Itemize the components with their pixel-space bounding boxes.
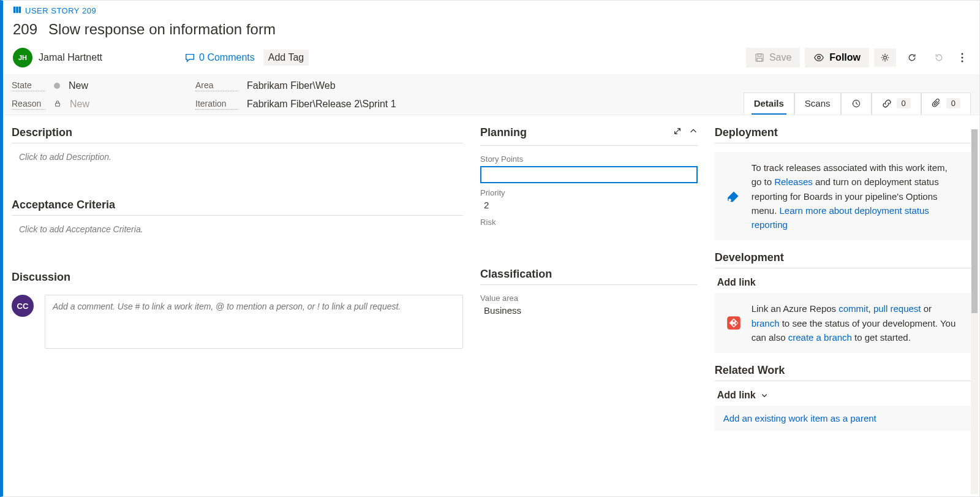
more-button[interactable] [955, 48, 970, 67]
tab-links[interactable]: 0 [872, 93, 921, 115]
save-button[interactable]: Save [746, 48, 800, 67]
iteration-field[interactable]: Iteration Fabrikam Fiber\Release 2\Sprin… [195, 99, 396, 110]
svg-rect-5 [757, 58, 762, 61]
work-item-title[interactable]: Slow response on information form [48, 21, 276, 38]
deployment-info-card: To track releases associated with this w… [715, 152, 971, 240]
value-area-value[interactable]: Business [480, 303, 698, 318]
tab-history[interactable] [841, 93, 872, 115]
development-info-card: Link an Azure Repos commit, pull request… [715, 293, 971, 353]
lock-icon [54, 100, 61, 109]
create-branch-link[interactable]: create a branch [788, 332, 852, 343]
related-work-section-title: Related Work [715, 364, 971, 377]
releases-link[interactable]: Releases [774, 176, 813, 187]
meta-row: JH Jamal Hartnett 0 Comments Add Tag Sav… [3, 44, 979, 75]
related-add-link[interactable]: Add link [715, 390, 971, 401]
svg-rect-0 [13, 7, 16, 13]
priority-value[interactable]: 2 [480, 197, 698, 213]
history-icon [851, 99, 861, 108]
assignee-avatar: JH [13, 48, 32, 67]
assignee-field[interactable]: JH Jamal Hartnett [13, 48, 102, 67]
follow-button[interactable]: Follow [805, 48, 869, 67]
commit-link[interactable]: commit [839, 303, 868, 314]
description-placeholder[interactable]: Click to add Description. [12, 152, 463, 162]
settings-button[interactable] [874, 48, 896, 67]
scrollbar-thumb[interactable] [971, 129, 978, 313]
comments-link[interactable]: 0 Comments [184, 52, 255, 63]
svg-point-17 [735, 322, 737, 324]
add-tag-button[interactable]: Add Tag [263, 50, 309, 66]
tab-attachments[interactable]: 0 [921, 93, 971, 115]
expand-icon[interactable] [673, 127, 682, 137]
title-row: 209 Slow response on information form [3, 18, 979, 44]
assignee-name: Jamal Hartnett [39, 52, 102, 63]
svg-rect-2 [19, 7, 21, 13]
tabs-row: Details Scans 0 0 [744, 93, 971, 115]
breadcrumb-label[interactable]: USER STORY 209 [25, 6, 96, 15]
pipeline-icon [726, 161, 743, 232]
attachment-icon [932, 99, 941, 108]
development-add-link[interactable]: Add link [715, 277, 971, 288]
more-icon [961, 53, 963, 63]
discussion-section-title: Discussion [12, 271, 463, 284]
save-icon [755, 53, 764, 63]
chevron-down-icon [761, 392, 768, 399]
tab-scans[interactable]: Scans [794, 93, 841, 115]
svg-point-13 [728, 199, 731, 201]
svg-point-7 [884, 56, 887, 59]
acceptance-section-title: Acceptance Criteria [12, 199, 463, 211]
svg-point-6 [818, 56, 821, 59]
reason-field: Reason New [12, 99, 195, 110]
area-field[interactable]: Area Fabrikam Fiber\Web [195, 80, 396, 91]
branch-link[interactable]: branch [752, 318, 780, 328]
discussion-input[interactable] [45, 295, 463, 349]
tab-details[interactable]: Details [744, 93, 794, 115]
svg-point-9 [962, 57, 963, 59]
user-story-icon [13, 6, 21, 16]
classification-section-title: Classification [480, 268, 698, 281]
gear-icon [880, 53, 890, 63]
current-user-avatar: CC [12, 295, 34, 317]
acceptance-placeholder[interactable]: Click to add Acceptance Criteria. [12, 224, 463, 234]
svg-point-8 [962, 53, 963, 55]
story-points-input[interactable] [480, 166, 698, 183]
risk-label: Risk [480, 218, 698, 227]
value-area-label: Value area [480, 294, 698, 303]
state-bar: State New Reason New Area Fabrikam Fiber… [3, 75, 979, 115]
pull-request-link[interactable]: pull request [873, 303, 921, 314]
collapse-icon[interactable] [689, 127, 698, 137]
story-points-label: Story Points [480, 154, 698, 164]
svg-point-15 [733, 320, 734, 322]
links-icon [882, 99, 892, 108]
add-parent-button[interactable]: Add an existing work item as a parent [715, 406, 971, 431]
work-item-id: 209 [13, 21, 37, 38]
scrollbar[interactable] [971, 129, 978, 494]
eye-icon [813, 52, 824, 63]
undo-icon [934, 53, 944, 63]
description-section-title: Description [12, 126, 463, 139]
svg-rect-1 [16, 7, 18, 13]
state-field[interactable]: State New [12, 80, 195, 91]
comments-count: 0 Comments [199, 52, 255, 63]
priority-label: Priority [480, 188, 698, 197]
svg-rect-4 [758, 54, 761, 56]
refresh-icon [907, 53, 917, 63]
refresh-button[interactable] [901, 48, 923, 67]
git-icon [726, 302, 743, 344]
development-section-title: Development [715, 251, 971, 264]
comment-icon [184, 52, 195, 63]
svg-rect-11 [56, 103, 60, 106]
undo-button[interactable] [928, 48, 950, 67]
deployment-section-title: Deployment [715, 126, 971, 139]
svg-point-10 [962, 61, 963, 63]
risk-value[interactable] [480, 227, 698, 242]
state-indicator-new [54, 83, 60, 89]
breadcrumb: USER STORY 209 [3, 1, 979, 18]
svg-point-16 [733, 324, 734, 326]
planning-section-title: Planning [480, 126, 666, 139]
